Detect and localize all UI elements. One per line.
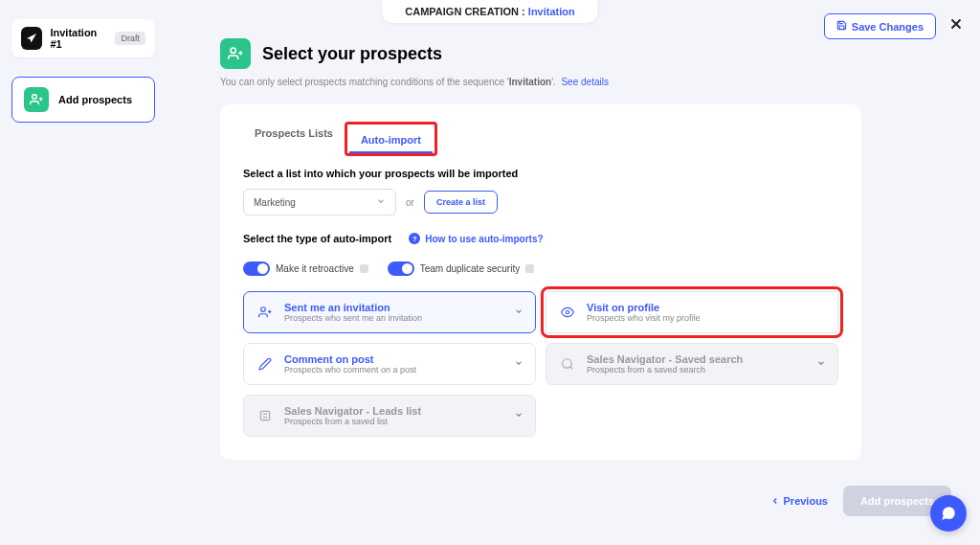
option-sent-invitation[interactable]: Sent me an invitation Prospects who sent… (243, 291, 536, 333)
auto-import-label: Select the type of auto-import (243, 233, 391, 244)
step-add-prospects[interactable]: Add prospects (11, 77, 155, 123)
campaign-name: Invitation #1 (50, 27, 107, 50)
sidebar: Invitation #1 Draft Add prospects (11, 19, 155, 123)
previous-button[interactable]: Previous (770, 495, 828, 507)
toggle-retroactive-group: Make it retroactive (243, 261, 368, 276)
chevron-down-icon (514, 307, 523, 318)
create-list-button[interactable]: Create a list (424, 191, 498, 214)
how-to-link[interactable]: ? How to use auto-imports? (409, 233, 543, 244)
save-label: Save Changes (852, 21, 924, 33)
svg-point-12 (563, 359, 571, 368)
option-saved-search[interactable]: Sales Navigator - Saved search Prospects… (546, 343, 838, 385)
or-text: or (406, 197, 414, 208)
tabs: Prospects Lists Auto-import (243, 122, 838, 156)
option-comment-post[interactable]: Comment on post Prospects who comment on… (243, 343, 536, 385)
svg-point-2 (33, 95, 37, 100)
info-icon[interactable] (525, 264, 534, 273)
toggle-duplicate-security[interactable] (388, 261, 414, 276)
option-visit-profile[interactable]: Visit on profile Prospects who visit my … (546, 291, 838, 333)
list-select-row: Marketing or Create a list (243, 189, 838, 216)
footer-actions: Previous Add prospects (770, 486, 951, 516)
campaign-pill[interactable]: Invitation #1 Draft (11, 19, 155, 57)
option-title: Sales Navigator - Saved search (587, 353, 807, 365)
auto-import-options: Sent me an invitation Prospects who sent… (243, 291, 838, 437)
page-header-icon (220, 38, 251, 69)
svg-line-13 (570, 367, 573, 370)
option-sub: Prospects who visit my profile (587, 313, 826, 323)
select-list-label: Select a list into which your prospects … (243, 168, 838, 179)
toggle-retroactive[interactable] (243, 261, 270, 276)
option-title: Sales Navigator - Leads list (284, 405, 504, 417)
chevron-down-icon (514, 358, 523, 370)
auto-import-config: Select the type of auto-import ? How to … (243, 233, 838, 276)
option-title: Sent me an invitation (284, 302, 504, 313)
page-header: Select your prospects (220, 38, 961, 69)
chevron-down-icon (816, 358, 826, 370)
save-icon (836, 20, 847, 33)
chevron-down-icon (514, 410, 523, 421)
save-changes-button[interactable]: Save Changes (824, 13, 936, 39)
chevron-left-icon (770, 496, 780, 506)
svg-point-11 (566, 310, 569, 314)
svg-point-5 (231, 48, 235, 53)
pencil-icon (256, 354, 275, 374)
option-sub: Prospects from a saved search (587, 365, 807, 375)
banner-step: Invitation (528, 6, 575, 17)
option-sub: Prospects who sent me an invitation (284, 313, 504, 323)
list-icon (256, 406, 275, 425)
dropdown-value: Marketing (254, 197, 296, 208)
see-details-link[interactable]: See details (561, 77, 608, 87)
chat-widget[interactable] (930, 495, 967, 532)
eye-icon (558, 303, 577, 322)
step-label: Add prospects (58, 94, 132, 105)
svg-point-8 (261, 307, 266, 312)
close-button[interactable] (946, 13, 967, 34)
option-title: Visit on profile (587, 302, 826, 313)
info-icon[interactable] (360, 264, 368, 273)
prospects-panel: Prospects Lists Auto-import Select a lis… (220, 104, 861, 460)
toggle-duplicate-group: Team duplicate security (388, 261, 535, 276)
search-icon (558, 354, 577, 374)
option-leads-list[interactable]: Sales Navigator - Leads list Prospects f… (243, 395, 536, 437)
option-title: Comment on post (284, 353, 504, 365)
list-dropdown[interactable]: Marketing (243, 189, 396, 216)
campaign-creation-banner: CAMPAIGN CREATION : Invitation (382, 0, 597, 23)
chevron-down-icon (376, 196, 386, 208)
option-sub: Prospects who comment on a post (284, 365, 504, 375)
auto-import-highlight: Auto-import (345, 122, 437, 156)
campaign-icon (21, 27, 42, 50)
page-title: Select your prospects (262, 44, 442, 64)
svg-rect-14 (260, 411, 269, 420)
option-sub: Prospects from a saved list (284, 417, 504, 426)
draft-badge: Draft (115, 32, 145, 45)
add-prospects-icon (24, 87, 49, 112)
main-content: Select your prospects You can only selec… (172, 38, 961, 460)
user-plus-icon (256, 303, 275, 322)
tab-auto-import[interactable]: Auto-import (349, 128, 433, 153)
chat-icon (940, 505, 957, 522)
hint-text: You can only select prospects matching c… (220, 77, 961, 87)
info-icon: ? (409, 233, 420, 244)
tab-prospects-lists[interactable]: Prospects Lists (243, 122, 345, 156)
banner-label: CAMPAIGN CREATION : (405, 6, 524, 17)
